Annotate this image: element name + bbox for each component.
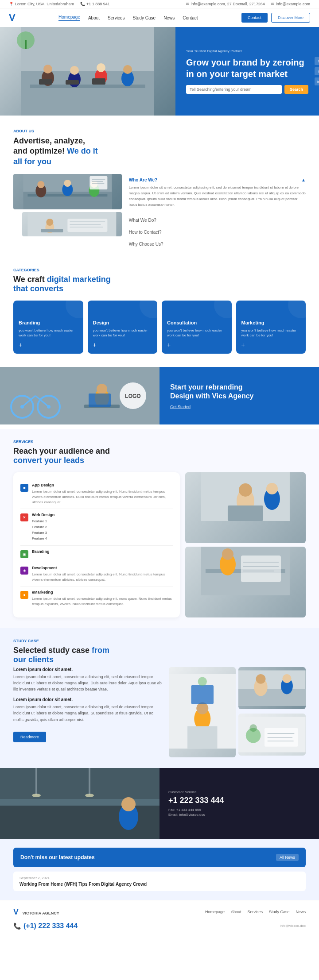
accordion-what-we-do[interactable]: What We Do? [129,214,306,226]
service-app-design: ■ App Design Lorem ipsum dolor sit amet,… [20,479,173,509]
services-photos [185,472,306,617]
nav-study-case[interactable]: Study Case [132,15,156,20]
study-label: Study Case [13,639,306,643]
svg-rect-85 [0,799,160,806]
rebrand-cta[interactable]: Get Started [170,405,308,409]
svg-point-88 [32,794,41,797]
branding-icon: ▣ [20,550,28,558]
categories-title: We craft digital marketingthat converts [13,275,306,293]
svg-point-6 [70,66,79,75]
study-content: Lorem ipsum dolor sit amet. Lorem ipsum … [13,667,306,757]
readmore-button[interactable]: Readmore [13,732,46,742]
app-design-icon: ■ [20,484,28,492]
topbar-info: 📍 Lorem City, USA, Unitedabraham 📞 +1 1 … [9,2,110,6]
accordion-how-contact[interactable]: How to Contact? [129,226,306,238]
service-web-design-title: Web Design [32,513,54,517]
study-text: Lorem ipsum dolor sit amet. Lorem ipsum … [13,667,162,757]
hero-content: Your Trusted Digital Agency Partner Grow… [175,27,319,116]
hero-section: Your Trusted Digital Agency Partner Grow… [0,27,319,116]
service-web-design-content: Web Design Feature 1 Feature 2 Feature 3… [32,513,54,541]
hero-heading: Grow your brand by zeroing in on your ta… [186,57,308,80]
footer-nav-services[interactable]: Services [247,910,263,914]
social-facebook[interactable]: f [315,57,319,65]
card-marketing-desc: you won't believe how much easier work c… [241,328,301,338]
footer-nav-news[interactable]: News [296,910,306,914]
svg-rect-71 [238,689,306,706]
study-photo-bottom-right [238,714,306,756]
footer-top: V VICTORIA AGENCY Homepage About Service… [13,907,306,917]
accordion-body-who: Lorem ipsum dolor sit amet, consectetur … [129,182,306,210]
nav-homepage[interactable]: Homepage [58,15,80,21]
footer-brand-name: VICTORIA AGENCY [22,911,59,915]
footer-phone: 📞 (+1) 222 333 444 [13,922,78,930]
card-consultation-arrow: + [167,341,226,348]
topbar-contact: ✉ info@example.com, 27 Doxmall, 2717264 … [186,2,310,6]
card-branding[interactable]: Branding you won't believe how much easi… [13,301,83,354]
topbar-email2: ✉ info@example.com [271,2,310,6]
svg-point-89 [85,794,94,797]
nav-news[interactable]: News [163,15,175,20]
footer: V VICTORIA AGENCY Homepage About Service… [0,900,319,937]
svg-point-73 [256,674,266,683]
card-consultation-desc: you won't believe how much easier work c… [167,328,226,338]
nav-about[interactable]: About [88,15,100,20]
svg-point-59 [222,548,233,560]
categories-label: Categories [13,268,306,272]
service-photo-2 [185,547,306,617]
service-emarketing-title: eMarketing [32,590,173,594]
service-emarketing-content: eMarketing Lorem ipsum dolor sit amet, c… [32,590,173,607]
card-branding-desc: you won't believe how much easier work c… [19,328,78,338]
card-design[interactable]: Design you won't believe how much easier… [88,301,158,354]
footer-nav-homepage[interactable]: Homepage [205,910,225,914]
hero-search-input[interactable] [186,85,282,94]
svg-rect-87 [89,768,90,795]
footer-nav-about[interactable]: About [231,910,241,914]
about-image-main [13,174,122,209]
news-date: September 2, 2021 [19,876,300,880]
hero-search-button[interactable]: Search [284,85,308,94]
email-label: Email: [168,813,178,817]
service-photo-1 [185,472,306,543]
topbar-address: 📍 Lorem City, USA, Unitedabraham [9,2,74,6]
nav-logo[interactable]: V [9,12,15,23]
footer-bottom: 📞 (+1) 222 333 444 info@vicsco.doc [13,922,306,930]
svg-rect-1 [21,71,154,116]
news-section: Don't miss our latest updates All News S… [0,839,319,900]
study-photo-top-right [238,667,306,709]
card-marketing[interactable]: Marketing you won't believe how much eas… [236,301,306,354]
social-twitter[interactable]: t [315,67,319,75]
news-title: Don't miss our latest updates [20,854,95,860]
discover-button[interactable]: Discover More [271,13,310,23]
svg-point-4 [43,65,52,73]
nav-contact[interactable]: Contact [183,15,198,20]
svg-point-69 [198,677,207,686]
contact-banner: Customer Service +1 222 333 444 Fax: +1 … [0,768,319,839]
contact-button[interactable]: Contact [241,13,268,23]
hero-image [0,27,175,116]
social-linkedin[interactable]: in [315,77,319,85]
rebrand-content: Start your rebrandingDesign with Vics Ag… [160,367,319,424]
service-development-desc: Lorem ipsum dolor sit amet, consectetur … [32,572,173,583]
study-title: Selected study case fromour clients [13,646,306,664]
chevron-up-icon: ▲ [301,177,306,182]
contact-phone: +1 222 333 444 [168,796,310,805]
footer-nav-study-case[interactable]: Study Case [269,910,290,914]
topbar-phone: 📞 +1 1 888 941 [80,2,110,6]
accordion-why-us[interactable]: Why Choose Us? [129,238,306,250]
study-photo-tall [169,667,236,757]
all-news-button[interactable]: All News [276,854,299,861]
svg-rect-33 [67,219,107,232]
services-title-text: Reach your audience and [13,447,110,455]
rebrand-image: LOGO [0,367,160,424]
svg-rect-86 [35,768,37,795]
svg-rect-15 [25,40,27,49]
accordion-header-who[interactable]: Who Are We? ▲ [129,177,306,182]
contact-email: Email: info@vicsco.doc [168,813,310,817]
fax-label: Fax: [168,808,175,812]
about-label: About Us [13,129,306,133]
svg-point-10 [123,65,132,74]
card-consultation[interactable]: Consultation you won't believe how much … [162,301,232,354]
footer-nav: Homepage About Services Study Case News [205,910,306,914]
nav-services[interactable]: Services [108,15,124,20]
topbar: 📍 Lorem City, USA, Unitedabraham 📞 +1 1 … [0,0,319,8]
